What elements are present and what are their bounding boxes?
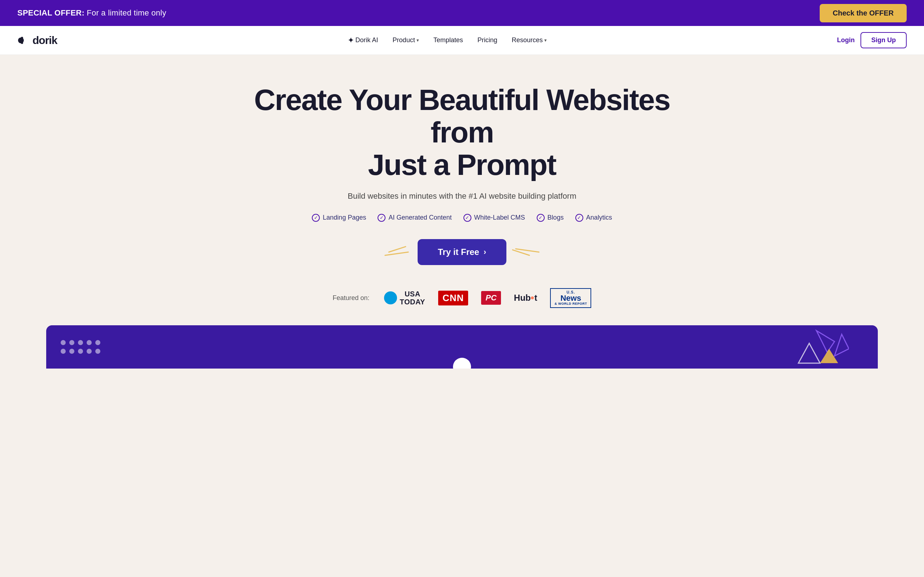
usnews-main-text: News bbox=[561, 294, 581, 302]
check-icon-4: ✓ bbox=[537, 214, 544, 222]
cnn-logo: CNN bbox=[438, 291, 468, 305]
preview-dot bbox=[87, 349, 92, 354]
nav-item-dorik-ai[interactable]: ✦ Dorik AI bbox=[342, 33, 384, 48]
check-offer-button[interactable]: Check the OFFER bbox=[820, 4, 907, 23]
preview-dot bbox=[95, 340, 100, 345]
feature-analytics: ✓ Analytics bbox=[575, 214, 612, 222]
preview-dot bbox=[69, 349, 74, 354]
svg-marker-2 bbox=[798, 343, 820, 363]
hero-section: Create Your Beautiful Websites from Just… bbox=[0, 55, 924, 383]
hero-subheadline: Build websites in minutes with the #1 AI… bbox=[17, 192, 907, 201]
preview-dot bbox=[69, 340, 74, 345]
squiggle-left-decoration bbox=[384, 250, 409, 254]
promo-banner: SPECIAL OFFER: For a limited time only C… bbox=[0, 0, 924, 26]
banner-special-text: For a limited time only bbox=[84, 8, 166, 17]
star-icon: ✦ bbox=[347, 36, 354, 45]
dorik-ai-label: Dorik AI bbox=[355, 36, 378, 44]
feature-ai-content: ✓ AI Generated Content bbox=[378, 214, 452, 222]
resources-label: Resources bbox=[512, 36, 543, 44]
squiggle-right-decoration bbox=[515, 250, 540, 254]
feature-list: ✓ Landing Pages ✓ AI Generated Content ✓… bbox=[17, 214, 907, 222]
feature-label-3: White-Label CMS bbox=[474, 214, 525, 221]
main-nav: dorik ✦ Dorik AI Product ▾ Templates Pri… bbox=[0, 26, 924, 55]
chevron-down-icon: ▾ bbox=[417, 37, 419, 43]
pricing-link[interactable]: Pricing bbox=[472, 34, 503, 47]
media-logos: USATODAY CNN PC Hubt U.S. News & World R… bbox=[384, 288, 591, 308]
preview-dot bbox=[61, 349, 66, 354]
dorik-ai-link[interactable]: ✦ Dorik AI bbox=[342, 33, 384, 48]
nav-auth: Login Sign Up bbox=[837, 32, 907, 48]
preview-bar bbox=[46, 325, 878, 369]
feature-label-2: AI Generated Content bbox=[388, 214, 452, 221]
check-icon-2: ✓ bbox=[378, 214, 386, 222]
site-logo[interactable]: dorik bbox=[17, 34, 57, 47]
templates-label: Templates bbox=[433, 36, 463, 44]
feature-landing-pages: ✓ Landing Pages bbox=[312, 214, 366, 222]
featured-label: Featured on: bbox=[333, 294, 370, 302]
feature-label-4: Blogs bbox=[548, 214, 564, 221]
feature-blogs: ✓ Blogs bbox=[537, 214, 564, 222]
templates-link[interactable]: Templates bbox=[428, 34, 469, 47]
product-link[interactable]: Product ▾ bbox=[387, 34, 425, 47]
signup-button[interactable]: Sign Up bbox=[861, 32, 907, 48]
hubspot-logo: Hubt bbox=[514, 293, 538, 303]
product-label: Product bbox=[393, 36, 415, 44]
nav-item-product[interactable]: Product ▾ bbox=[387, 34, 425, 47]
check-icon-5: ✓ bbox=[575, 214, 583, 222]
hubspot-dot-icon bbox=[531, 297, 534, 299]
arrow-right-icon: › bbox=[484, 247, 486, 257]
usatoday-text: USATODAY bbox=[400, 290, 425, 306]
character-decoration bbox=[784, 325, 849, 369]
preview-circle-decoration bbox=[453, 358, 471, 369]
check-icon-1: ✓ bbox=[312, 214, 320, 222]
preview-dot bbox=[78, 340, 83, 345]
feature-label-1: Landing Pages bbox=[323, 214, 366, 221]
preview-dot bbox=[61, 340, 66, 345]
usatoday-dot bbox=[384, 292, 397, 305]
banner-special-label: SPECIAL OFFER: bbox=[17, 8, 84, 17]
squiggle-line-1 bbox=[388, 246, 406, 253]
featured-section: Featured on: USATODAY CNN PC Hubt U.S. N… bbox=[17, 288, 907, 308]
preview-dot bbox=[87, 340, 92, 345]
preview-dot bbox=[78, 349, 83, 354]
usa-today-logo: USATODAY bbox=[384, 290, 425, 306]
headline-line2: Just a Prompt bbox=[368, 148, 556, 181]
chevron-down-icon-2: ▾ bbox=[544, 37, 547, 43]
preview-dots bbox=[61, 340, 100, 354]
login-button[interactable]: Login bbox=[837, 36, 855, 44]
try-free-button[interactable]: Try it Free › bbox=[418, 239, 506, 265]
preview-dot bbox=[95, 349, 100, 354]
nav-item-resources[interactable]: Resources ▾ bbox=[506, 34, 552, 47]
usnews-sub-text: & World Report bbox=[554, 302, 587, 305]
nav-item-pricing[interactable]: Pricing bbox=[472, 34, 503, 47]
nav-item-templates[interactable]: Templates bbox=[428, 34, 469, 47]
feature-white-label: ✓ White-Label CMS bbox=[464, 214, 525, 222]
svg-rect-1 bbox=[21, 37, 23, 44]
us-news-logo: U.S. News & World Report bbox=[550, 288, 591, 308]
cta-area: Try it Free › bbox=[17, 239, 907, 265]
hero-headline: Create Your Beautiful Websites from Just… bbox=[246, 84, 678, 181]
headline-line1: Create Your Beautiful Websites from bbox=[254, 83, 670, 148]
feature-label-5: Analytics bbox=[586, 214, 612, 221]
banner-text: SPECIAL OFFER: For a limited time only bbox=[17, 8, 166, 18]
pricing-label: Pricing bbox=[478, 36, 498, 44]
pc-mag-logo: PC bbox=[481, 291, 501, 305]
check-icon-3: ✓ bbox=[464, 214, 472, 222]
try-free-label: Try it Free bbox=[438, 247, 479, 257]
nav-links: ✦ Dorik AI Product ▾ Templates Pricing R… bbox=[342, 33, 552, 48]
logo-text: dorik bbox=[32, 34, 57, 47]
resources-link[interactable]: Resources ▾ bbox=[506, 34, 552, 47]
